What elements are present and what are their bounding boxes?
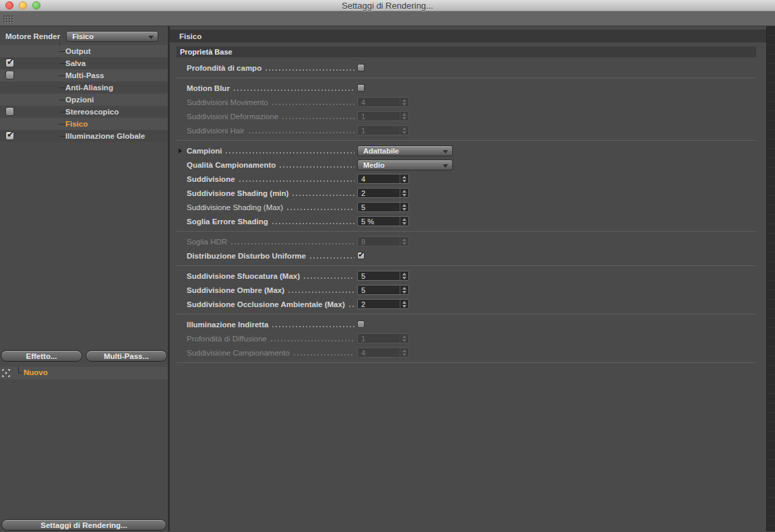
- stepper-control[interactable]: [400, 98, 408, 106]
- sidebar-item-fisico[interactable]: Fisico: [0, 118, 168, 130]
- stepper-control[interactable]: [400, 174, 408, 183]
- setting-row: Profondità di Diffusione 1: [177, 331, 756, 345]
- settings-tree: Output Salva Multi-Pass Anti-Aliasing: [0, 45, 168, 142]
- number-field[interactable]: 1: [357, 111, 409, 121]
- number-field[interactable]: 1: [357, 125, 409, 135]
- tree-checkbox[interactable]: [5, 71, 14, 79]
- chevron-down-icon: [443, 150, 448, 154]
- attributes-panel: Fisico Proprietà Base Profondità di camp…: [170, 26, 775, 531]
- setting-row: Motion Blur: [177, 81, 756, 95]
- stepper-control[interactable]: [400, 334, 408, 343]
- stepper-control[interactable]: [400, 112, 408, 121]
- setting-row: Campioni Adattabile: [177, 143, 756, 158]
- number-field[interactable]: 4: [357, 97, 409, 107]
- setting-row: Suddivisione Shading (min) 2: [177, 186, 756, 200]
- panel-title: Fisico: [179, 32, 202, 40]
- render-engine-label: Motore Render: [5, 32, 60, 40]
- effect-button[interactable]: Effetto...: [1, 350, 82, 362]
- number-field[interactable]: 5: [357, 285, 409, 295]
- setting-row: Suddivisioni Deformazione 1: [177, 109, 756, 123]
- number-field[interactable]: 1: [357, 333, 409, 343]
- depth-of-field-checkbox[interactable]: [357, 64, 365, 71]
- render-effect-icon: [2, 369, 10, 377]
- sidebar-item-illuminazione-globale[interactable]: Illuminazione Globale: [0, 130, 168, 142]
- sidebar-item-antialiasing[interactable]: Anti-Aliasing: [0, 81, 168, 94]
- stepper-control[interactable]: [400, 271, 408, 280]
- setting-row: Qualità Campionamento Medio: [177, 158, 756, 172]
- tree-checkbox[interactable]: [5, 107, 14, 116]
- minimize-button[interactable]: [19, 1, 27, 9]
- toolbar: [0, 11, 775, 26]
- chevron-down-icon: [148, 36, 154, 39]
- stepper-control[interactable]: [400, 237, 408, 246]
- illuminazione-indiretta-checkbox[interactable]: [357, 321, 365, 328]
- stepper-control[interactable]: [400, 217, 408, 226]
- setting-row: Suddivisione Shading (Max) 5: [177, 200, 756, 214]
- sidebar-item-stereoscopico[interactable]: Stereoscopico: [0, 106, 168, 118]
- stepper-control[interactable]: [400, 126, 408, 135]
- sidebar-item-opzioni[interactable]: Opzioni: [0, 94, 168, 106]
- number-field[interactable]: 4: [357, 347, 409, 358]
- setting-row: Distribuzione Disturbo Uniforme: [177, 248, 756, 263]
- close-button[interactable]: [5, 1, 13, 9]
- window-controls: [5, 1, 40, 9]
- motion-blur-checkbox[interactable]: [357, 84, 365, 92]
- number-field[interactable]: 8: [357, 236, 409, 246]
- setting-row: Suddivisione 4: [177, 172, 756, 186]
- render-engine-row: Motore Render Fisico: [0, 26, 168, 42]
- separator: [177, 140, 756, 141]
- number-field[interactable]: 5 %: [357, 216, 409, 226]
- panel-title-bar: Fisico: [170, 30, 766, 42]
- render-settings-button[interactable]: Settaggi di Rendering...: [1, 519, 166, 531]
- setting-row: Suddivisione Sfuocatura (Max) 5: [177, 269, 756, 283]
- number-field[interactable]: 2: [357, 188, 409, 198]
- scrollbar-track[interactable]: [766, 26, 775, 531]
- number-field[interactable]: 5: [357, 271, 409, 281]
- zoom-button[interactable]: [32, 1, 40, 9]
- setting-row: Soglia Errore Shading 5 %: [177, 214, 756, 228]
- window-title: Settaggi di Rendering...: [342, 1, 433, 11]
- separator: [177, 231, 756, 232]
- titlebar[interactable]: Settaggi di Rendering...: [0, 0, 775, 11]
- separator: [177, 77, 756, 78]
- distribuzione-disturbo-checkbox[interactable]: [357, 252, 365, 259]
- stepper-control[interactable]: [400, 189, 408, 197]
- number-field[interactable]: 4: [357, 174, 409, 184]
- stepper-control[interactable]: [400, 203, 408, 211]
- stepper-control[interactable]: [400, 300, 408, 308]
- tree-line: [18, 367, 23, 373]
- multipass-button[interactable]: Multi-Pass...: [86, 350, 167, 362]
- separator: [177, 362, 756, 363]
- sidebar-item-multipass[interactable]: Multi-Pass: [0, 69, 168, 81]
- setting-row: Illuminazione Indiretta: [177, 317, 756, 331]
- campioni-dropdown[interactable]: Adattabile: [357, 145, 453, 156]
- sidebar-item-output[interactable]: Output: [0, 45, 168, 57]
- setting-row: Soglia HDR 8: [177, 234, 756, 248]
- stepper-control[interactable]: [400, 286, 408, 294]
- setting-row: Suddivisione Ombre (Max) 5: [177, 283, 756, 297]
- separator: [177, 265, 756, 266]
- group-header[interactable]: Proprietà Base: [177, 46, 756, 57]
- effect-list-item-nuovo[interactable]: Nuovo: [0, 367, 168, 379]
- setting-row: Suddivisione Campionamento 4: [177, 345, 756, 360]
- sidebar: Motore Render Fisico Output Salva: [0, 26, 168, 531]
- drag-handle-icon[interactable]: [3, 15, 14, 23]
- setting-row: Suddivisioni Hair 1: [177, 123, 756, 137]
- disclosure-arrow-icon[interactable]: [179, 148, 182, 154]
- number-field[interactable]: 5: [357, 202, 409, 212]
- tree-checkbox[interactable]: [5, 131, 14, 140]
- setting-row: Suddivisione Occlusione Ambientale (Max)…: [177, 297, 756, 311]
- render-engine-dropdown[interactable]: Fisico: [66, 31, 158, 42]
- render-settings-window: Settaggi di Rendering... Motore Render F…: [0, 0, 775, 532]
- separator: [177, 314, 756, 314]
- qualita-campionamento-dropdown[interactable]: Medio: [357, 160, 453, 170]
- setting-row: Profondità di campo: [177, 61, 756, 75]
- setting-row: Suddivisioni Movimento 4: [177, 95, 756, 109]
- tree-checkbox[interactable]: [5, 59, 14, 67]
- stepper-control[interactable]: [400, 348, 408, 357]
- sidebar-item-salva[interactable]: Salva: [0, 57, 168, 69]
- number-field[interactable]: 2: [357, 299, 409, 309]
- chevron-down-icon: [443, 164, 448, 168]
